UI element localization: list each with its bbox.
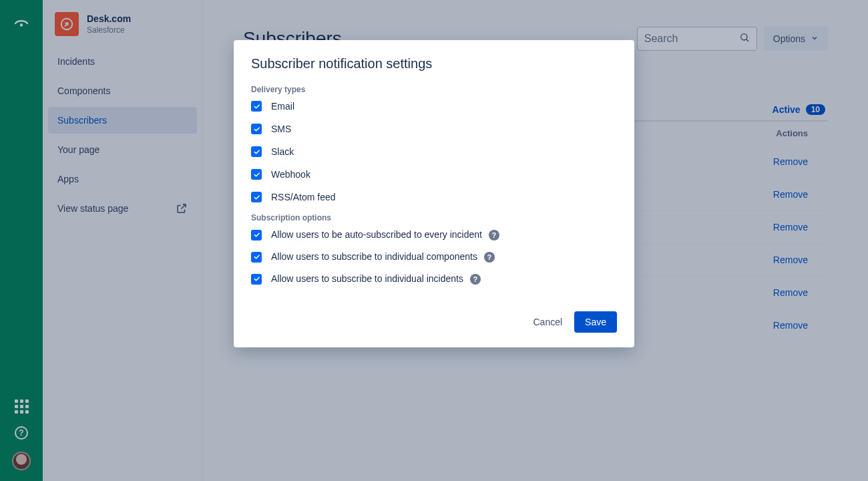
help-tooltip-icon[interactable]: ?: [484, 252, 495, 263]
checkbox-checked-icon[interactable]: [251, 124, 262, 134]
option-label: Allow users to subscribe to individual c…: [271, 251, 495, 263]
delivery-type-option[interactable]: Webhook: [251, 169, 617, 180]
help-tooltip-icon[interactable]: ?: [470, 274, 481, 285]
delivery-type-option[interactable]: Email: [251, 101, 617, 112]
option-label: Allow users to subscribe to individual i…: [271, 273, 481, 285]
subscriber-settings-modal: Subscriber notification settings Deliver…: [234, 40, 634, 347]
option-label: Allow users to be auto-subscribed to eve…: [271, 229, 499, 240]
checkbox-checked-icon[interactable]: [251, 230, 262, 240]
checkbox-checked-icon[interactable]: [251, 274, 262, 285]
cancel-button[interactable]: Cancel: [533, 317, 562, 327]
checkbox-checked-icon[interactable]: [251, 101, 262, 112]
option-label: Slack: [271, 146, 294, 157]
option-label: Webhook: [271, 169, 310, 180]
delivery-type-option[interactable]: RSS/Atom feed: [251, 192, 617, 202]
subscription-option[interactable]: Allow users to subscribe to individual c…: [251, 251, 617, 263]
checkbox-checked-icon[interactable]: [251, 146, 262, 157]
subscription-options-heading: Subscription options: [251, 213, 617, 222]
save-button[interactable]: Save: [574, 311, 617, 333]
modal-title: Subscriber notification settings: [251, 56, 617, 71]
checkbox-checked-icon[interactable]: [251, 252, 262, 263]
subscription-option[interactable]: Allow users to be auto-subscribed to eve…: [251, 229, 617, 240]
option-label: SMS: [271, 124, 291, 134]
option-label: Email: [271, 101, 294, 112]
delivery-type-option[interactable]: Slack: [251, 146, 617, 157]
delivery-type-option[interactable]: SMS: [251, 124, 617, 134]
checkbox-checked-icon[interactable]: [251, 192, 262, 202]
option-label: RSS/Atom feed: [271, 192, 336, 202]
subscription-option[interactable]: Allow users to subscribe to individual i…: [251, 273, 617, 285]
help-tooltip-icon[interactable]: ?: [489, 230, 499, 240]
checkbox-checked-icon[interactable]: [251, 169, 262, 180]
delivery-types-heading: Delivery types: [251, 85, 617, 94]
